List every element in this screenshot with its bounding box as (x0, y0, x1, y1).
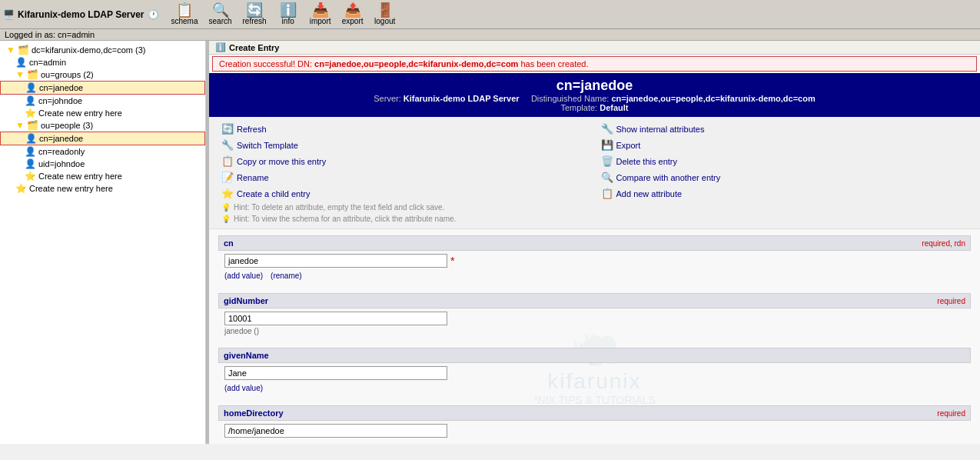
attr-gidnumber-body: janedoe () (218, 308, 971, 338)
tree-item-create-root[interactable]: ⭐ Create new entry here (0, 182, 205, 195)
entry-template-meta: Template: Default (214, 103, 975, 112)
create-entry-title: Create Entry (229, 43, 279, 52)
sidebar-tree: ▼ 🗂️ dc=kifarunix-demo,dc=com (3) 👤 cn=a… (0, 41, 206, 444)
logged-bar: Logged in as: cn=admin (0, 29, 980, 41)
tree-item-cn-janedoe-groups[interactable]: 👤 cn=janedoe (0, 81, 205, 95)
import-button[interactable]: 📥 import (305, 2, 336, 27)
logout-button[interactable]: 🚪 logout (370, 2, 400, 27)
user-icon: 👤 (25, 158, 36, 169)
main-layout: ▼ 🗂️ dc=kifarunix-demo,dc=com (3) 👤 cn=a… (0, 41, 980, 444)
switch-template-icon: 🔧 (221, 139, 234, 151)
action-refresh[interactable]: 🔄 Refresh (218, 122, 592, 136)
action-copy-move[interactable]: 📋 Copy or move this entry (218, 154, 592, 168)
attr-homedirectory-required: required (937, 409, 965, 418)
content-area: ℹ️ Create Entry Creation successful! DN:… (209, 41, 980, 444)
tree-item-cn-readonly[interactable]: 👤 cn=readonly (0, 145, 205, 158)
tree-item-cn-janedoe-people[interactable]: 👤 cn=janedoe (0, 132, 205, 145)
hint-icon-2: 💡 (221, 215, 231, 223)
export-button[interactable]: 📤 export (337, 2, 368, 27)
attr-cn-asterisk: * (450, 255, 454, 267)
action-switch-template[interactable]: 🔧 Switch Template (218, 138, 592, 152)
star-icon: ⭐ (25, 108, 36, 118)
entry-banner: cn=janedoe Server: Kifarunix-demo LDAP S… (209, 73, 980, 117)
refresh-action-icon: 🔄 (221, 123, 234, 135)
attributes-area: 🦏 kifarunix *NIX TIPS & TUTORIALS cn req… (209, 229, 980, 444)
attr-cn-header: cn required, rdn (218, 235, 971, 251)
user-icon: 👤 (15, 57, 27, 68)
action-rename[interactable]: 📝 Rename (218, 170, 592, 185)
add-attribute-icon: 📋 (601, 188, 613, 199)
attr-cn-input[interactable] (224, 254, 447, 268)
tree-item-ou-groups[interactable]: ▼ 🗂️ ou=groups (2) (0, 68, 205, 81)
entry-meta: Server: Kifarunix-demo LDAP Server Disti… (214, 94, 975, 103)
user-icon: 👤 (25, 133, 37, 144)
action-delete[interactable]: 🗑️ Delete this entry (598, 154, 972, 168)
show-internal-icon: 🔧 (601, 123, 613, 135)
attr-cn-rename[interactable]: (rename) (271, 272, 302, 280)
action-area: 🔄 Refresh 🔧 Show internal attributes 🔧 S… (209, 117, 980, 229)
attr-gidnumber-required: required (937, 297, 965, 305)
schema-button[interactable]: 📋 schema (167, 2, 203, 27)
attr-homedirectory-header: homeDirectory required (218, 405, 971, 421)
hint-1: 💡 Hint: To delete an attribute, empty th… (218, 202, 592, 212)
attr-homedirectory-input[interactable] (224, 424, 447, 438)
action-add-attribute[interactable]: 📋 Add new attribute (598, 186, 972, 201)
toolbar: 🖥️ Kifarunix-demo LDAP Server 🕐 📋 schema… (0, 0, 980, 29)
action-export[interactable]: 💾 Export (598, 138, 972, 152)
copy-move-icon: 📋 (221, 155, 234, 167)
export-action-icon: 💾 (601, 139, 613, 151)
attr-givenname: givenName (add value) (218, 348, 971, 396)
refresh-button[interactable]: 🔄 refresh (238, 2, 271, 27)
delete-icon: 🗑️ (601, 155, 613, 167)
attr-cn-add-value[interactable]: (add value) (224, 272, 263, 280)
action-show-internal[interactable]: 🔧 Show internal attributes (598, 122, 972, 136)
attr-cn-body: * (add value) (rename) (218, 251, 971, 284)
attr-homedirectory-body (218, 421, 971, 441)
success-bar: Creation successful! DN: cn=janedoe,ou=p… (212, 56, 977, 72)
export-icon: 📤 (344, 3, 361, 17)
create-entry-header: ℹ️ Create Entry (209, 41, 980, 55)
search-button[interactable]: 🔍 search (204, 2, 237, 27)
attr-gidnumber-meta: janedoe () (224, 327, 965, 335)
expand-icon: ▼ (15, 69, 25, 80)
attr-gidnumber: gidNumber required janedoe () (218, 293, 971, 338)
app-title: 🖥️ Kifarunix-demo LDAP Server 🕐 (3, 9, 159, 20)
compare-icon: 🔍 (601, 172, 613, 183)
attr-cn: cn required, rdn * (add value) (rename) (218, 235, 971, 284)
hint-icon-1: 💡 (221, 203, 231, 212)
attr-gidnumber-input[interactable] (224, 312, 447, 325)
refresh-icon: 🔄 (246, 3, 263, 17)
user-icon: 👤 (25, 95, 36, 106)
folder-icon: 🗂️ (18, 45, 29, 55)
user-icon: 👤 (25, 146, 36, 157)
attr-cn-required: required, rdn (922, 239, 965, 248)
attr-givenname-add-value[interactable]: (add value) (224, 384, 263, 392)
tree-item-create-groups[interactable]: ⭐ Create new entry here (0, 107, 205, 119)
user-icon: 👤 (25, 82, 37, 93)
logout-icon: 🚪 (377, 3, 394, 17)
attr-givenname-input[interactable] (224, 366, 447, 380)
action-create-child[interactable]: ⭐ Create a child entry (218, 186, 592, 201)
expand-icon: ▼ (15, 120, 25, 131)
tree-item-create-people[interactable]: ⭐ Create new entry here (0, 170, 205, 182)
star-icon: ⭐ (15, 183, 27, 194)
hint-2: 💡 Hint: To view the schema for an attrib… (218, 214, 592, 224)
entry-cn-title: cn=janedoe (214, 78, 975, 94)
info-icon: ℹ️ (280, 3, 297, 17)
info-button[interactable]: ℹ️ info (273, 2, 304, 27)
import-icon: 📥 (312, 3, 329, 17)
tree-item-cn-johndoe[interactable]: 👤 cn=johndoe (0, 95, 205, 107)
app-icon: 🖥️ (3, 9, 15, 20)
tree-item-ou-people[interactable]: ▼ 🗂️ ou=people (3) (0, 119, 205, 132)
create-child-icon: ⭐ (221, 188, 234, 199)
action-compare[interactable]: 🔍 Compare with another entry (598, 170, 972, 185)
tree-item-uid-johndoe[interactable]: 👤 uid=johndoe (0, 158, 205, 170)
tree-item-cn-admin[interactable]: 👤 cn=admin (0, 56, 205, 68)
attr-givenname-body: (add value) (218, 363, 971, 396)
tree-item-root[interactable]: ▼ 🗂️ dc=kifarunix-demo,dc=com (3) (0, 44, 205, 56)
logged-in-label: Logged in as: cn=admin (5, 30, 95, 39)
attr-givenname-header: givenName (218, 348, 971, 363)
clock-icon: 🕐 (148, 9, 159, 20)
attr-homedirectory: homeDirectory required (218, 405, 971, 441)
rename-icon: 📝 (221, 172, 234, 183)
